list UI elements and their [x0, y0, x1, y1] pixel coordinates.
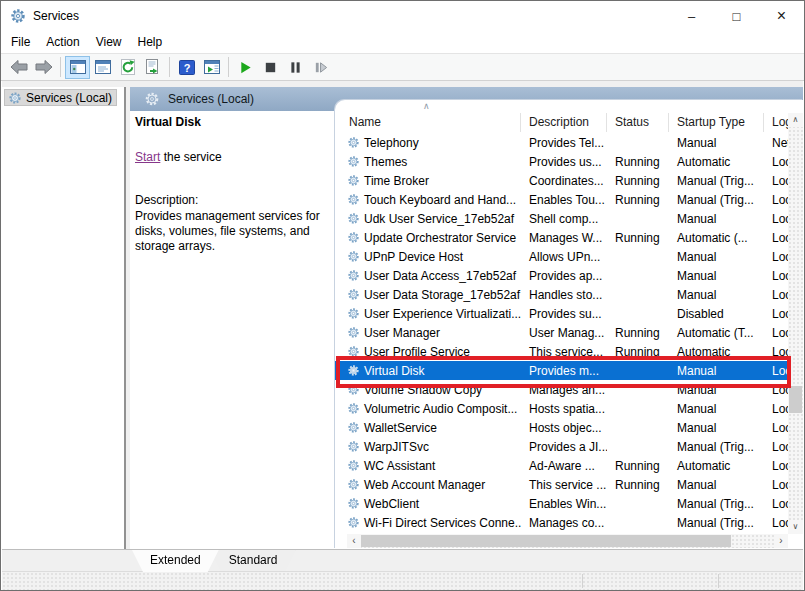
back-icon[interactable]: [6, 56, 31, 79]
scroll-left-icon[interactable]: ‹: [347, 534, 361, 548]
start-service-link[interactable]: Start: [135, 150, 160, 164]
cell-name: Web Account Manager: [335, 478, 521, 492]
column-header-log-on-as[interactable]: Log: [764, 113, 788, 132]
service-gear-icon: [347, 193, 360, 206]
service-row[interactable]: User Data Access_17eb52afProvides ap...M…: [335, 266, 788, 285]
toolbar-separator: [60, 57, 61, 77]
cell-startup-type: Manual (Trig...: [669, 516, 764, 530]
statusbar-separator: [582, 574, 583, 588]
service-gear-icon: [347, 269, 360, 282]
menu-file[interactable]: File: [3, 32, 38, 52]
service-row[interactable]: Volumetric Audio Composit...Hosts spatia…: [335, 399, 788, 418]
cell-log-on-as: Loca: [764, 364, 788, 378]
tab-extended[interactable]: Extended: [132, 550, 219, 572]
show-console-tree-icon[interactable]: [65, 56, 90, 79]
column-header-description[interactable]: Description: [521, 113, 607, 132]
cell-name: Telephony: [335, 136, 521, 150]
help-icon[interactable]: ?: [174, 56, 199, 79]
horizontal-scrollbar[interactable]: ‹ ›: [347, 534, 788, 548]
cell-startup-type: Automatic (...: [669, 231, 764, 245]
service-row[interactable]: ThemesProvides us...RunningAutomaticLoca: [335, 152, 788, 171]
service-row[interactable]: User ManagerUser Manag...RunningAutomati…: [335, 323, 788, 342]
pause-service-icon[interactable]: [283, 56, 308, 79]
service-row[interactable]: WC AssistantAd-Aware ...RunningAutomatic…: [335, 456, 788, 475]
statusbar-separator: [718, 574, 719, 588]
cell-description: Ad-Aware ...: [521, 459, 607, 473]
sort-ascending-icon[interactable]: ∧: [423, 101, 430, 111]
scroll-down-icon[interactable]: ∨: [788, 520, 803, 534]
service-row[interactable]: WalletServiceHosts objec...ManualLoca: [335, 418, 788, 437]
cell-startup-type: Manual (Trig...: [669, 497, 764, 511]
selected-service-name: Virtual Disk: [135, 115, 333, 129]
main-area: Services (Local) Services (Local) Virtua…: [2, 81, 803, 549]
service-row[interactable]: Web Account ManagerThis service ...Runni…: [335, 475, 788, 494]
vertical-scrollbar[interactable]: ∧ ∨: [788, 113, 803, 534]
export-list-icon[interactable]: [140, 56, 165, 79]
services-gear-icon: [8, 91, 22, 105]
close-button[interactable]: ×: [759, 1, 804, 31]
cell-log-on-as: Loca: [764, 383, 788, 397]
menu-view[interactable]: View: [88, 32, 130, 52]
service-row[interactable]: Wi-Fi Direct Services Conne...Manages co…: [335, 513, 788, 532]
service-row[interactable]: UPnP Device HostAllows UPn...ManualLoca: [335, 247, 788, 266]
service-row[interactable]: WarpJITSvcProvides a JI...Manual (Trig..…: [335, 437, 788, 456]
service-gear-icon: [347, 402, 360, 415]
service-row[interactable]: User Experience Virtualizati...Provides …: [335, 304, 788, 323]
cell-log-on-as: Loca: [764, 269, 788, 283]
service-row[interactable]: WebClientEnables Win...Manual (Trig...Lo…: [335, 494, 788, 513]
forward-icon[interactable]: [31, 56, 56, 79]
restart-service-icon[interactable]: [308, 56, 333, 79]
tab-standard[interactable]: Standard: [211, 550, 296, 572]
view-tabstrip: Extended Standard: [2, 549, 803, 572]
scroll-right-icon[interactable]: ›: [774, 534, 788, 548]
service-row[interactable]: User Profile ServiceThis service...Runni…: [335, 342, 788, 361]
service-row[interactable]: Time BrokerCoordinates...RunningManual (…: [335, 171, 788, 190]
scroll-up-icon[interactable]: ∧: [788, 113, 803, 127]
column-header-status[interactable]: Status: [607, 113, 669, 132]
cell-startup-type: Manual: [669, 364, 764, 378]
cell-description: Hosts objec...: [521, 421, 607, 435]
tree-item-services-local[interactable]: Services (Local): [4, 89, 117, 106]
column-header-startup-type[interactable]: Startup Type: [669, 113, 764, 132]
cell-status: Running: [607, 193, 669, 207]
cell-name: User Data Storage_17eb52af: [335, 288, 521, 302]
service-row[interactable]: Virtual DiskProvides m...ManualLoca: [335, 361, 788, 380]
vertical-scroll-thumb[interactable]: [789, 386, 802, 413]
column-header-name[interactable]: Name: [335, 113, 521, 132]
cell-name: User Manager: [335, 326, 521, 340]
cell-name: User Experience Virtualizati...: [335, 307, 521, 321]
cell-log-on-as: Loca: [764, 440, 788, 454]
service-row[interactable]: Volume Shadow CopyManages an...ManualLoc…: [335, 380, 788, 399]
menu-help[interactable]: Help: [130, 32, 171, 52]
service-gear-icon: [347, 326, 360, 339]
properties-icon[interactable]: [90, 56, 115, 79]
cell-startup-type: Manual: [669, 212, 764, 226]
menu-action[interactable]: Action: [38, 32, 87, 52]
start-service-icon[interactable]: [233, 56, 258, 79]
show-action-pane-icon[interactable]: [199, 56, 224, 79]
cell-description: Enables Tou...: [521, 193, 607, 207]
cell-log-on-as: Loca: [764, 250, 788, 264]
service-row[interactable]: Update Orchestrator ServiceManages W...R…: [335, 228, 788, 247]
cell-description: Handles sto...: [521, 288, 607, 302]
cell-name: User Profile Service: [335, 345, 521, 359]
refresh-icon[interactable]: [115, 56, 140, 79]
cell-description: This service ...: [521, 478, 607, 492]
stop-service-icon[interactable]: [258, 56, 283, 79]
service-gear-icon: [347, 421, 360, 434]
cell-description: Provides ap...: [521, 269, 607, 283]
service-row[interactable]: Touch Keyboard and Hand...Enables Tou...…: [335, 190, 788, 209]
cell-description: Provides su...: [521, 307, 607, 321]
cell-description: Hosts spatia...: [521, 402, 607, 416]
minimize-button[interactable]: –: [669, 1, 714, 31]
service-row[interactable]: Udk User Service_17eb52afShell comp...Ma…: [335, 209, 788, 228]
maximize-button[interactable]: □: [714, 1, 759, 31]
tree-item-label: Services (Local): [26, 91, 112, 105]
cell-startup-type: Automatic: [669, 459, 764, 473]
service-row[interactable]: TelephonyProvides Tel...ManualNetw: [335, 133, 788, 152]
service-gear-icon: [347, 345, 360, 358]
horizontal-scroll-thumb[interactable]: [361, 535, 731, 547]
service-row[interactable]: User Data Storage_17eb52afHandles sto...…: [335, 285, 788, 304]
cell-name: Virtual Disk: [335, 364, 521, 378]
cell-name: Time Broker: [335, 174, 521, 188]
